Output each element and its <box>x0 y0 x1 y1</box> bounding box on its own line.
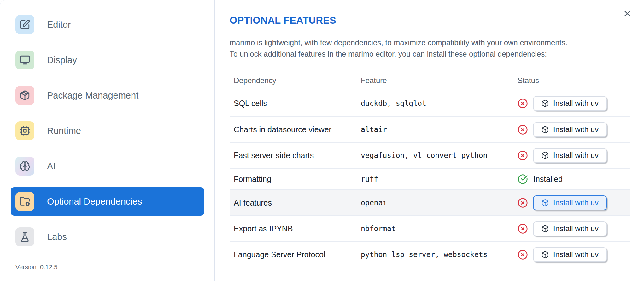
sidebar-item-ai[interactable]: AI <box>15 157 204 176</box>
settings-dialog: EditorDisplayPackage ManagementRuntimeAI… <box>0 0 644 281</box>
table-row-export-as-ipynb: Export as IPYNBnbformatInstall with uv <box>230 215 630 241</box>
install-with-uv-button[interactable]: Install with uv <box>533 195 607 210</box>
description-line: To unlock additional features in the mar… <box>230 48 644 60</box>
sidebar-item-optional-dependencies[interactable]: Optional Dependencies <box>11 187 204 216</box>
feature-cell: vegafusion, vl-convert-python <box>361 151 518 159</box>
table-row-ai-features: AI featuresopenaiInstall with uv <box>230 189 630 215</box>
feature-cell: python-lsp-server, websockets <box>361 250 518 259</box>
description-line: marimo is lightweight, with few dependen… <box>230 37 644 48</box>
close-button[interactable] <box>622 9 633 19</box>
sidebar-item-labs[interactable]: Labs <box>15 227 204 246</box>
dependency-cell: Language Server Protocol <box>230 250 361 259</box>
status-cell: Install with uv <box>518 221 630 236</box>
install-with-uv-button[interactable]: Install with uv <box>533 221 607 236</box>
box-icon <box>541 126 549 134</box>
dependency-cell: Charts in datasource viewer <box>230 125 361 134</box>
circle-x-icon <box>518 224 528 234</box>
status-cell: Install with uv <box>518 122 630 137</box>
circle-x-icon <box>518 124 528 135</box>
sidebar-item-editor[interactable]: Editor <box>15 15 204 34</box>
feature-cell: nbformat <box>361 224 518 233</box>
dependency-cell: Fast server-side charts <box>230 151 361 160</box>
version-label: Version: 0.12.5 <box>15 264 57 271</box>
status-cell: Install with uv <box>518 96 630 111</box>
cpu-icon <box>20 125 30 136</box>
install-button-label: Install with uv <box>553 151 599 160</box>
sidebar-item-label: Labs <box>47 232 67 242</box>
table-body: SQL cellsduckdb, sqlglotInstall with uvC… <box>230 90 630 267</box>
install-with-uv-button[interactable]: Install with uv <box>533 122 607 137</box>
status-cell: Installed <box>518 174 630 184</box>
install-button-label: Install with uv <box>553 99 599 108</box>
brain-icon-box <box>15 157 34 176</box>
folder-cog-icon-box <box>15 192 34 211</box>
feature-cell: ruff <box>361 175 518 183</box>
sidebar-item-runtime[interactable]: Runtime <box>15 121 204 140</box>
install-button-label: Install with uv <box>553 224 599 233</box>
circle-x-icon <box>518 98 528 109</box>
feature-cell: openai <box>361 199 518 207</box>
status-cell: Install with uv <box>518 195 630 210</box>
table-header-row: Dependency Feature Status <box>230 71 630 90</box>
sidebar-item-label: Display <box>47 55 77 65</box>
page-title: OPTIONAL FEATURES <box>230 15 644 26</box>
column-header-status: Status <box>518 76 630 85</box>
folder-cog-icon <box>20 196 30 207</box>
square-pen-icon-box <box>15 15 34 34</box>
sidebar-item-label: AI <box>47 161 56 171</box>
dependency-cell: SQL cells <box>230 99 361 108</box>
sidebar-item-label: Editor <box>47 20 71 30</box>
column-header-feature: Feature <box>361 76 518 85</box>
dependency-cell: Formatting <box>230 175 361 184</box>
sidebar-nav: EditorDisplayPackage ManagementRuntimeAI… <box>0 15 214 246</box>
sidebar-item-label: Optional Dependencies <box>47 196 142 207</box>
monitor-icon <box>20 55 30 65</box>
sidebar-item-label: Package Management <box>47 90 138 101</box>
sidebar-item-display[interactable]: Display <box>15 51 204 69</box>
flask-icon <box>20 231 30 242</box>
circle-x-icon <box>518 198 528 208</box>
flask-icon-box <box>15 227 34 246</box>
monitor-icon-box <box>15 51 34 69</box>
feature-cell: duckdb, sqlglot <box>361 99 518 107</box>
sidebar-item-package-management[interactable]: Package Management <box>15 86 204 105</box>
optional-features-panel: OPTIONAL FEATURES marimo is lightweight,… <box>215 0 644 281</box>
box-icon <box>541 152 549 159</box>
box-icon <box>541 199 549 207</box>
table-row-charts-in-datasource-viewer: Charts in datasource vieweraltairInstall… <box>230 116 630 142</box>
install-button-label: Install with uv <box>553 250 599 259</box>
close-icon <box>623 9 632 18</box>
feature-cell: altair <box>361 125 518 134</box>
table-row-formatting: FormattingruffInstalled <box>230 168 630 189</box>
table-row-fast-server-side-charts: Fast server-side chartsvegafusion, vl-co… <box>230 142 630 168</box>
install-button-label: Install with uv <box>553 198 599 207</box>
installed-status-label: Installed <box>533 175 563 184</box>
dependencies-table: Dependency Feature Status SQL cellsduckd… <box>230 71 630 267</box>
install-with-uv-button[interactable]: Install with uv <box>533 96 607 111</box>
circle-check-icon <box>518 174 528 184</box>
circle-x-icon <box>518 249 528 260</box>
square-pen-icon <box>20 19 30 30</box>
sidebar-item-label: Runtime <box>47 126 81 136</box>
settings-sidebar: EditorDisplayPackage ManagementRuntimeAI… <box>0 0 215 281</box>
cpu-icon-box <box>15 121 34 140</box>
status-cell: Install with uv <box>518 148 630 163</box>
dependency-cell: AI features <box>230 198 361 207</box>
dependency-cell: Export as IPYNB <box>230 224 361 233</box>
install-button-label: Install with uv <box>553 125 599 134</box>
column-header-dependency: Dependency <box>230 76 361 85</box>
brain-icon <box>20 161 30 171</box>
install-with-uv-button[interactable]: Install with uv <box>533 247 607 262</box>
status-cell: Install with uv <box>518 247 630 262</box>
box-icon <box>541 251 549 259</box>
install-with-uv-button[interactable]: Install with uv <box>533 148 607 163</box>
package-icon <box>20 90 30 101</box>
package-icon-box <box>15 86 34 105</box>
circle-x-icon <box>518 150 528 161</box>
table-row-sql-cells: SQL cellsduckdb, sqlglotInstall with uv <box>230 90 630 116</box>
table-row-language-server-protocol: Language Server Protocolpython-lsp-serve… <box>230 241 630 267</box>
box-icon <box>541 99 549 107</box>
description: marimo is lightweight, with few dependen… <box>230 37 644 60</box>
box-icon <box>541 225 549 233</box>
